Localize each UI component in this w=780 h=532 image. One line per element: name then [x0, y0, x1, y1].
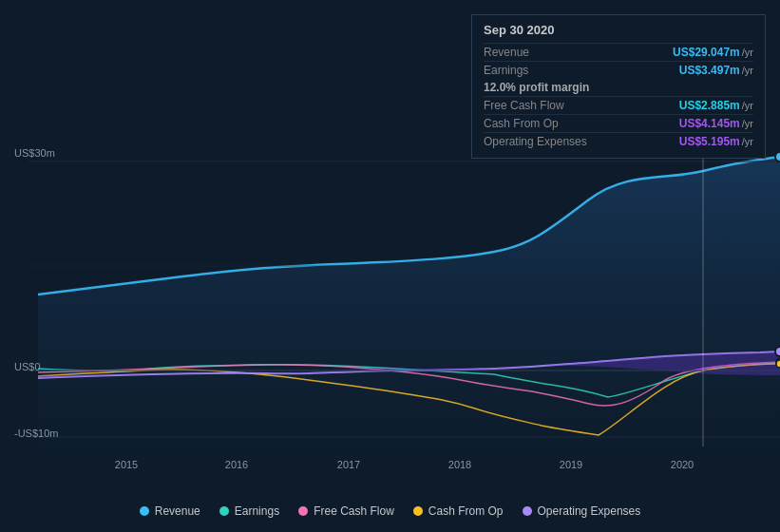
tooltip-opex-value: US$5.195m/yr	[679, 135, 753, 148]
chart-container: US$30m US$0 -US$10m 2015 2016 2017 2018 …	[0, 0, 780, 532]
tooltip-cashfromop-value: US$4.145m/yr	[679, 117, 753, 130]
legend-dot-earnings	[219, 506, 229, 516]
legend-item-revenue[interactable]: Revenue	[140, 504, 200, 518]
svg-point-9	[776, 360, 780, 368]
legend-label-earnings: Earnings	[235, 504, 279, 518]
chart-legend: Revenue Earnings Free Cash Flow Cash Fro…	[0, 504, 780, 518]
legend-dot-freecash	[298, 506, 308, 516]
legend-dot-opex	[523, 506, 532, 516]
tooltip-earnings-row: Earnings US$3.497m/yr	[484, 61, 753, 79]
x-label-2016: 2016	[225, 459, 248, 470]
legend-item-earnings[interactable]: Earnings	[219, 504, 279, 518]
legend-label-freecash: Free Cash Flow	[314, 504, 394, 518]
y-label-bottom: -US$10m	[14, 428, 58, 439]
tooltip-cashfromop-row: Cash From Op US$4.145m/yr	[484, 114, 753, 132]
y-label-mid: US$0	[14, 361, 41, 372]
legend-label-cashfromop: Cash From Op	[428, 504, 504, 518]
tooltip-revenue-row: Revenue US$29.047m/yr	[484, 43, 753, 61]
tooltip-profit-margin: 12.0% profit margin	[484, 79, 753, 96]
tooltip-freecash-label: Free Cash Flow	[484, 99, 598, 112]
tooltip-earnings-value: US$3.497m/yr	[679, 64, 753, 77]
tooltip-revenue-value: US$29.047m/yr	[673, 46, 753, 59]
legend-label-revenue: Revenue	[155, 504, 200, 518]
tooltip-freecash-row: Free Cash Flow US$2.885m/yr	[484, 96, 753, 114]
legend-dot-cashfromop	[413, 506, 423, 516]
tooltip-opex-row: Operating Expenses US$5.195m/yr	[484, 132, 753, 150]
x-label-2017: 2017	[337, 459, 360, 470]
legend-label-opex: Operating Expenses	[538, 504, 641, 518]
tooltip-earnings-label: Earnings	[484, 64, 598, 77]
tooltip-opex-label: Operating Expenses	[484, 135, 598, 148]
legend-item-cashfromop[interactable]: Cash From Op	[413, 504, 504, 518]
tooltip-cashfromop-label: Cash From Op	[484, 117, 598, 130]
svg-point-5	[775, 152, 780, 162]
tooltip-box: Sep 30 2020 Revenue US$29.047m/yr Earnin…	[471, 14, 766, 159]
tooltip-revenue-label: Revenue	[484, 46, 598, 59]
legend-dot-revenue	[140, 506, 149, 516]
x-label-2020: 2020	[671, 459, 694, 470]
y-label-top: US$30m	[14, 147, 55, 159]
legend-item-opex[interactable]: Operating Expenses	[523, 504, 641, 518]
tooltip-freecash-value: US$2.885m/yr	[679, 99, 753, 112]
x-label-2019: 2019	[560, 459, 582, 470]
tooltip-date: Sep 30 2020	[484, 23, 753, 37]
x-label-2018: 2018	[448, 459, 471, 470]
svg-point-6	[775, 347, 780, 356]
x-label-2015: 2015	[115, 459, 138, 470]
legend-item-freecash[interactable]: Free Cash Flow	[298, 504, 394, 518]
